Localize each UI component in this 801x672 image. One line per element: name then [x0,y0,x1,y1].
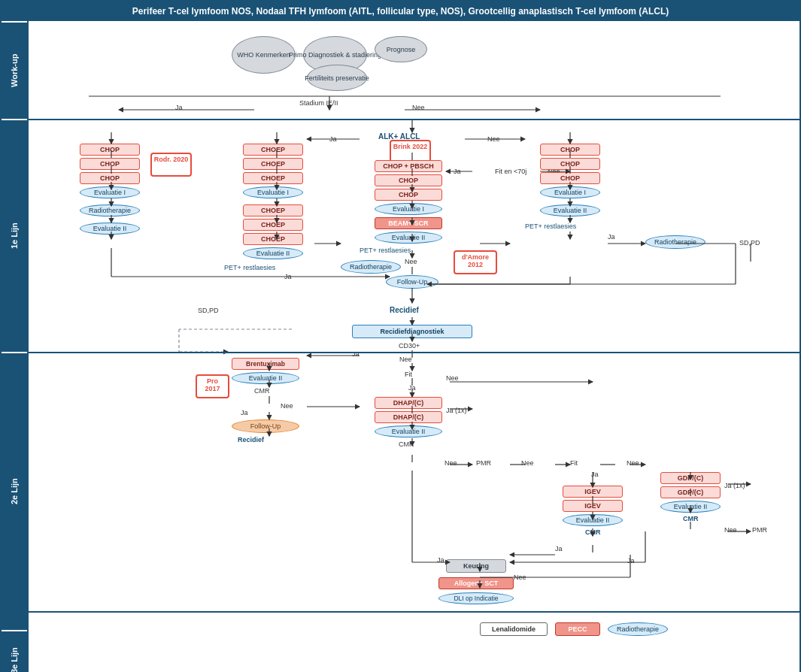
pmr-gdp: PMR [752,526,767,534]
choep-1: CHOEP [243,144,303,156]
pmr-label-1: PMR [476,459,491,467]
workup-label: Work-up [2,21,27,119]
eval-ii-gdp: Evaluatie II [660,501,721,513]
fit-label: Fit [405,371,412,378]
choep-3: CHOEP [243,172,303,184]
pet-label-center-left: PET+ restlaesies [224,264,275,271]
ja-to-keuring: Ja [437,556,444,564]
ja1x-gdp: Ja (1x) [724,482,745,489]
eval-ii-dhap: Evaluatie II [375,425,442,437]
nee-fit-pmr: Nee [627,459,639,467]
cd30-label: CD30+ [399,342,420,350]
eval-ii-right: Evaluatie II [540,204,600,216]
keuring-box: Keuring [446,559,506,573]
pet-label-center: PET+ restlaesies [360,247,411,254]
pecc-box: PECC [555,622,600,636]
divider-1e [29,119,799,120]
rodr-2020: Rodr. 2020 [150,153,192,177]
gdp-1: GDP/(C) [660,472,721,484]
nee-cmr-brentuximab: Nee [281,402,293,410]
ja-cmr-igev: Ja [555,545,563,552]
pro-2017: Pro 2017 [196,374,229,398]
chop-center-1: CHOP [375,174,442,186]
ja-pet-center-left: Ja [284,273,292,280]
radiotherapy-left: Radiotherapie [80,204,140,216]
nee-cmr-dhap: Nee [444,459,457,467]
cmr-gdp: CMR [683,515,699,522]
nee-cd30: Nee [399,356,412,363]
eval-ii-center: Evaluatie II [375,232,442,244]
cmr-dhap: CMR [399,440,414,448]
ja-alk-left: Ja [329,135,337,143]
eval-ii-left: Evaluatie II [80,222,140,235]
cmr-igev: CMR [585,528,601,536]
recidiefdiag-box: Recidiefdiagnostiek [352,325,472,338]
chop-left-2: CHOP [80,158,140,170]
eval-i-center: Evaluatie I [375,203,442,215]
choep-2: CHOEP [243,158,303,170]
radiotherapy-right: Radiotherapie [645,235,705,249]
page-wrapper: Perifeer T-cel lymfoom NOS, Nodaal TFH l… [0,0,801,672]
dhap-2: DHAP/(C) [375,411,442,423]
title-text: Perifeer T-cel lymfoom NOS, Nodaal TFH l… [132,6,669,17]
chop-left-3: CHOP [80,172,140,184]
follow-up-1e: Follow-Up [386,275,438,289]
nee-pmr: Nee [521,459,534,467]
sd-pd-right: SD,PD [739,239,760,247]
nee-fit-right: Nee [446,374,459,382]
stadium-label: Stadium IE/II [299,99,338,107]
lijn1-label: 1e Lijn [2,119,27,352]
eval-ii-igev: Evaluatie II [563,514,623,526]
radiotherapy-center: Radiotherapie [341,260,401,274]
sd-pd-left: SD,PD [198,307,219,314]
eval-ii-center-left: Evaluatie II [243,247,303,259]
ja-pet-right: Ja [608,233,615,241]
ja-gdp-keuring: Ja [627,557,635,565]
nee-cmr-gdp: Nee [724,526,737,534]
recidief-title: Recidief [390,306,419,314]
recidief-brentuximab: Recidief [238,436,264,443]
prognose-oval: Prognose [375,36,427,62]
chop-right-3: CHOP [540,172,600,184]
igev-1: IGEV [563,486,623,498]
eval-i-right: Evaluatie I [540,186,600,198]
dli-oval: DLI op Indicatie [438,592,514,604]
title-bar: Perifeer T-cel lymfoom NOS, Nodaal TFH l… [2,2,799,21]
radiotherapy-3e: Radiotherapie [608,622,668,636]
follow-up-brentuximab: Follow-Up [232,419,299,433]
ja-fit-pmr: Ja [591,471,599,478]
chop-left-1: CHOP [80,144,140,156]
eval-i-center-left: Evaluatie I [243,186,303,198]
fit-70-label: Fit en <70j [495,168,526,175]
nee-label-workup: Nee [412,104,425,111]
ja-fit: Ja [454,168,461,175]
eval-i-left: Evaluatie I [80,186,140,198]
choep-4: CHOEP [243,204,303,216]
igev-2: IGEV [563,500,623,512]
gdp-2: GDP/(C) [660,486,721,498]
lijn3-label: 3e Lijn [2,630,27,672]
allogene-sct: Allogene SCT [438,577,514,589]
ja1x-dhap: Ja (1x) [446,407,467,414]
ja-label-workup: Ja [175,104,183,111]
beam-scr: BEAM+ SCR [375,217,442,229]
choep-5: CHOEP [243,219,303,231]
diagram-container: WHO Kenmerken Primo Diagnostiek & stadie… [29,21,799,663]
lijn2-label: 2e Lijn [2,352,27,630]
fertiliteit-oval: Fertiliteits preservatie [307,65,367,91]
divider-2e [29,352,799,353]
cmr-brentuximab: CMR [254,387,270,395]
chop-center-2: CHOP [375,189,442,201]
who-oval: WHO Kenmerken [232,36,296,74]
pet-label-right: PET+ restlaesies [525,222,576,230]
choep-6: CHOEP [243,233,303,245]
nee-alk-right: Nee [487,135,500,143]
chop-right-1: CHOP [540,144,600,156]
fit-pmr-right: Fit [570,459,578,467]
brentuximab-box: Brentuximab [232,358,299,370]
divider-3e [29,611,799,613]
ja-cmr-brentuximab: Ja [241,409,248,416]
chop-pbsch: CHOP + PBSCH [375,160,442,172]
lenalidomide-box: Lenalidomide [480,622,548,636]
dhap-1: DHAP/(C) [375,397,442,409]
